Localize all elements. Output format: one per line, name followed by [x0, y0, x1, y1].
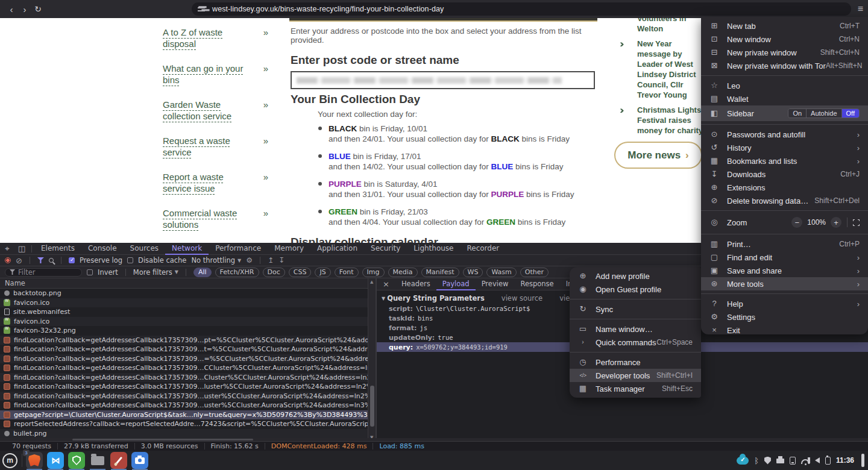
devtools-tab[interactable]: Console	[81, 243, 124, 255]
menu-item-downloads[interactable]: ↧ DownloadsCtrl+J	[701, 168, 868, 181]
menu-item-name-window[interactable]: ▭ Name window…	[570, 322, 701, 336]
gimp-taskbar-icon[interactable]	[110, 452, 127, 469]
request-type-chip[interactable]: Font	[335, 268, 359, 277]
detail-tab[interactable]: Preview	[476, 278, 515, 290]
request-row[interactable]: findLocation?callback=getAddressesCallba…	[0, 363, 368, 373]
preserve-log-checkbox[interactable]	[69, 257, 75, 263]
fullscreen-icon[interactable]	[853, 219, 860, 226]
menu-item-developer-tools[interactable]: </> Developer tools Shift+Ctrl+I	[570, 369, 701, 382]
request-row[interactable]: findLocation?callback=getAddressesCallba…	[0, 401, 368, 410]
sidebar-autohide-option[interactable]: Autohide	[806, 109, 841, 118]
record-network-icon[interactable]	[5, 257, 11, 263]
request-row[interactable]: site.webmanifest	[0, 307, 368, 317]
request-row[interactable]: findLocation?callback=getAddressesCallba…	[0, 345, 368, 354]
import-har-icon[interactable]: ↥	[268, 256, 274, 265]
throttling-dropdown[interactable]: No throttling▼	[191, 256, 241, 265]
request-type-chip[interactable]: Manifest	[421, 268, 459, 277]
zoom-in-button[interactable]: +	[831, 217, 841, 228]
sidebar-waste-link[interactable]: A to Z of waste disposal »	[163, 27, 268, 49]
name-column-header[interactable]: Name	[0, 278, 368, 289]
menu-item-sync[interactable]: ↻ Sync	[570, 302, 701, 316]
volume-icon[interactable]	[815, 457, 820, 463]
menu-item-bookmarks[interactable]: ▦ Bookmarks and lists›	[701, 154, 868, 168]
vscode-taskbar-icon[interactable]: ⋈	[47, 452, 64, 469]
devtools-tab[interactable]: Sources	[124, 243, 165, 255]
sidebar-on-option[interactable]: On	[788, 109, 806, 118]
request-type-chip[interactable]: Img	[362, 268, 385, 277]
menu-item-performance[interactable]: ◷ Performance	[570, 356, 701, 369]
back-icon[interactable]: ‹	[5, 4, 18, 14]
menu-item-history[interactable]: ↺ History›	[701, 141, 868, 154]
export-har-icon[interactable]: ↧	[278, 256, 285, 265]
devtools-tab[interactable]: Security	[364, 243, 407, 255]
request-type-chip[interactable]: WS	[463, 268, 483, 277]
search-icon[interactable]	[49, 258, 54, 263]
menu-item-extensions[interactable]: ⊕ Extensions	[701, 181, 868, 194]
menu-item-add-new-profile[interactable]: ⊕ Add new profile	[570, 269, 701, 283]
menu-item-print[interactable]: ▥ Print…Ctrl+P	[701, 237, 868, 251]
devtools-tab[interactable]: Performance	[209, 243, 268, 255]
menu-item-delete-browsing-data[interactable]: ⊘ Delete browsing data…Shift+Ctrl+Del	[701, 194, 868, 207]
request-row[interactable]: getpage?script=\Cluster\Cluster.AuroraSc…	[0, 410, 368, 420]
request-type-chip[interactable]: JS	[315, 268, 330, 277]
url-text[interactable]: west-lindsey.gov.uk/bins-waste-recycling…	[212, 5, 444, 13]
menu-icon[interactable]: ≡	[858, 4, 863, 14]
disable-cache-checkbox[interactable]	[127, 257, 133, 263]
request-row[interactable]: findLocation?callback=getAddressesCallba…	[0, 373, 368, 383]
menu-item-help[interactable]: ? Help›	[701, 297, 868, 310]
request-row[interactable]: bullet.png	[0, 429, 368, 439]
view-source-link[interactable]: view source	[502, 294, 542, 302]
more-filters-dropdown[interactable]: More filters▼	[133, 268, 178, 277]
menu-item-leo[interactable]: ☆ Leo	[701, 79, 868, 92]
menu-item-task-manager[interactable]: ▦ Task manager Shift+Esc	[570, 382, 701, 395]
detail-tab[interactable]: Payload	[436, 278, 476, 290]
menu-item-wallet[interactable]: ▤ Wallet	[701, 92, 868, 105]
bluetooth-icon[interactable]: ᛒ	[754, 456, 759, 465]
brave-taskbar-icon[interactable]: 3	[26, 452, 43, 469]
devtools-tab[interactable]: Application	[310, 243, 364, 255]
show-desktop-button[interactable]	[861, 454, 864, 467]
sidebar-waste-link[interactable]: Report a waste service issue »	[163, 171, 268, 194]
menu-item-passwords[interactable]: ⊙ Passwords and autofill›	[701, 128, 868, 141]
device-icon[interactable]	[790, 457, 796, 465]
devtools-tab[interactable]: Network	[165, 243, 209, 255]
clear-network-icon[interactable]: ⊘	[16, 257, 22, 265]
firewall-shield-icon[interactable]	[764, 457, 771, 465]
scroll-up-icon[interactable]: ▲	[370, 280, 373, 284]
cloud-sync-icon[interactable]	[737, 457, 749, 465]
request-row[interactable]: findLocation?callback=getAddressesCallba…	[0, 354, 368, 364]
address-input[interactable]	[291, 71, 595, 89]
more-news-button[interactable]: More news ›	[614, 142, 702, 169]
request-type-chip[interactable]: CSS	[289, 268, 312, 277]
zoom-out-button[interactable]: −	[791, 217, 802, 228]
sidebar-waste-link[interactable]: Garden Waste collection service »	[163, 99, 268, 122]
devtools-tab[interactable]: Elements	[34, 243, 81, 255]
site-controls-icon[interactable]	[198, 6, 205, 12]
close-icon[interactable]: ×	[377, 280, 395, 289]
request-type-chip[interactable]: Media	[388, 268, 418, 277]
menu-item-exit[interactable]: × Exit	[701, 324, 868, 337]
menu-item-more-tools[interactable]: ⊛ More tools›	[701, 277, 868, 290]
request-row[interactable]: findLocation?callback=getAddressesCallba…	[0, 382, 368, 392]
menu-item-new-tab[interactable]: ⊞ New tabCtrl+T	[701, 19, 868, 33]
network-filter-input[interactable]: Filter	[5, 268, 82, 277]
request-row[interactable]: favicon.ico	[0, 317, 368, 327]
request-row[interactable]: backtotop.png	[0, 289, 368, 298]
request-type-chip[interactable]: Wasm	[486, 268, 516, 277]
forward-icon[interactable]: ›	[18, 4, 31, 14]
request-row[interactable]: favicon.ico	[0, 298, 368, 308]
menu-item-new-window[interactable]: ⊡ New windowCtrl+N	[701, 33, 868, 46]
menu-item-quick-commands[interactable]: › Quick commands Ctrl+Space	[570, 336, 701, 349]
devtools-tab[interactable]: Recorder	[461, 243, 506, 255]
detail-tab[interactable]: Response	[514, 278, 559, 290]
battery-icon[interactable]	[825, 457, 831, 465]
clock[interactable]: 11:36	[836, 456, 854, 465]
printer-icon[interactable]	[776, 459, 784, 463]
menu-item-save-and-share[interactable]: ▣ Save and share›	[701, 264, 868, 277]
menu-item-new-private-window[interactable]: ⊟ New private windowShift+Ctrl+N	[701, 46, 868, 59]
request-row[interactable]: favicon-32x32.png	[0, 326, 368, 336]
mint-start-button[interactable]: m	[2, 453, 17, 468]
news-item[interactable]: Christmas Lights Festival raises money f…	[614, 105, 711, 136]
sidebar-waste-link[interactable]: Request a waste service »	[163, 135, 268, 158]
screenshot-taskbar-icon[interactable]	[131, 452, 148, 469]
